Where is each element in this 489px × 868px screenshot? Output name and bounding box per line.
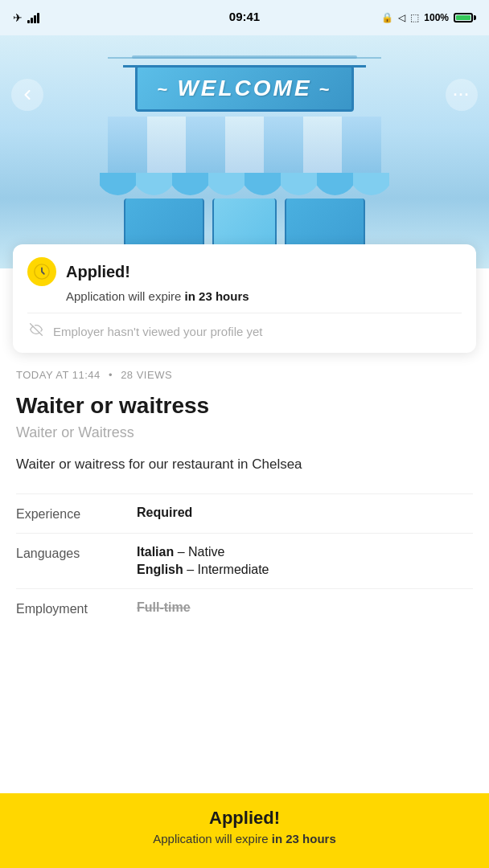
hero-section: ··· ~ WELCOME ~ [0,35,489,268]
experience-value: Required [137,506,473,520]
job-description: Waiter or waitress for our restaurant in… [16,454,473,475]
applied-expiry: Application will expire in 23 hours [66,289,462,303]
applied-header: Applied! [27,257,462,286]
experience-label: Experience [16,506,137,522]
meta-dot: • [109,369,113,381]
job-title: Waiter or waitress [16,392,473,420]
employment-value: Full-time [137,600,473,615]
applied-card: Applied! Application will expire in 23 h… [13,244,476,353]
bottom-applied-bar: Applied! Application will expire in 23 h… [0,793,489,868]
employer-message: Employer hasn't viewed your profile yet [53,325,263,338]
airplane-icon: ✈ [13,11,23,24]
airplay-icon: ⬚ [410,12,419,23]
battery-percent: 100% [424,12,449,23]
job-subtitle: Waiter or Waitress [16,424,473,441]
status-bar-left: ✈ [13,11,39,24]
signal-icon [27,12,39,23]
back-button[interactable] [11,79,43,111]
job-details: Experience Required Languages Italian – … [16,493,473,628]
languages-values: Italian – Native English – Intermediate [137,545,269,577]
status-time: 09:41 [229,10,260,23]
status-bar: ✈ 09:41 🔒 ◁ ⬚ 100% [0,0,489,35]
detail-row-languages: Languages Italian – Native English – Int… [16,533,473,588]
employment-label: Employment [16,600,137,616]
clock-icon [27,257,56,286]
job-content: TODAY AT 11:44 • 28 VIEWS Waiter or wait… [0,353,489,708]
bottom-applied-title: Applied! [16,808,473,829]
applied-title: Applied! [66,263,130,281]
languages-label: Languages [16,545,137,561]
eye-slash-icon [27,323,45,340]
divider [27,313,462,313]
detail-row-experience: Experience Required [16,493,473,533]
meta-views: 28 VIEWS [121,369,172,381]
employer-row: Employer hasn't viewed your profile yet [27,323,462,340]
more-options-button[interactable]: ··· [446,79,478,111]
meta-row: TODAY AT 11:44 • 28 VIEWS [16,369,473,381]
status-bar-right: 🔒 ◁ ⬚ 100% [381,12,476,23]
language-english: English – Intermediate [137,563,269,577]
meta-time: TODAY AT 11:44 [16,369,101,381]
lock-icon: 🔒 [381,12,393,23]
detail-row-employment: Employment Full-time [16,588,473,628]
battery-icon [454,13,476,23]
bottom-applied-sub: Application will expire in 23 hours [16,832,473,845]
welcome-sign: ~ WELCOME ~ [135,65,353,112]
language-italian: Italian – Native [137,545,269,559]
location-icon: ◁ [398,12,405,23]
